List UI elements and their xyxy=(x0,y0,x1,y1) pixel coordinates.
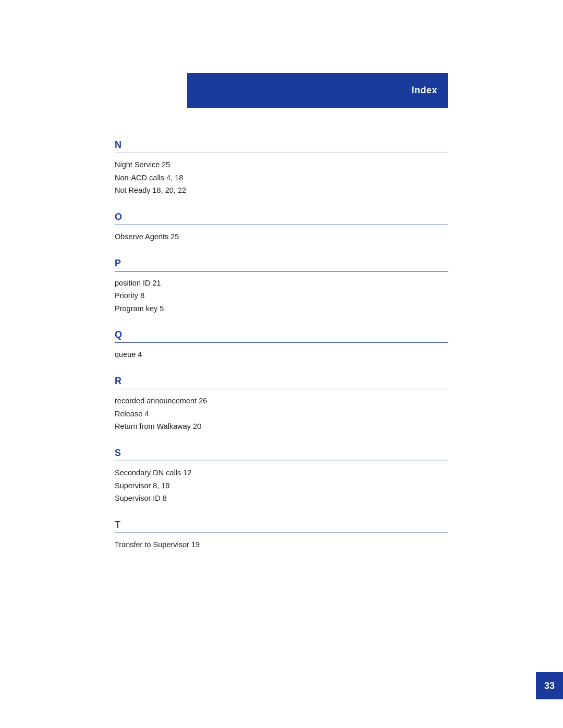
index-entry: Supervisor ID 8 xyxy=(115,492,448,505)
section-header-n: N xyxy=(115,140,448,153)
section-divider-t xyxy=(115,533,448,533)
section-entries-o: Observe Agents 25 xyxy=(115,230,448,243)
index-entry: position ID 21 xyxy=(115,277,448,290)
index-entry: Secondary DN calls 12 xyxy=(115,466,448,479)
section-header-p: P xyxy=(115,258,448,272)
page-number-tab: 33 xyxy=(536,672,563,699)
section-header-s: S xyxy=(115,448,448,461)
index-entry: Not Ready 18, 20, 22 xyxy=(115,184,448,197)
section-header-t: T xyxy=(115,520,448,533)
section-header-o: O xyxy=(115,212,448,225)
section-divider-q xyxy=(115,342,448,343)
index-entry: Night Service 25 xyxy=(115,158,448,171)
index-entry: Priority 8 xyxy=(115,289,448,302)
section-entries-s: Secondary DN calls 12Supervisor 8, 19Sup… xyxy=(115,466,448,505)
index-entry: Return from Walkaway 20 xyxy=(115,420,448,433)
section-header-r: R xyxy=(115,376,448,389)
section-divider-p xyxy=(115,271,448,272)
section-entries-r: recorded announcement 26Release 4Return … xyxy=(115,394,448,433)
page-number: 33 xyxy=(544,681,555,692)
section-letter-s: S xyxy=(115,448,448,459)
section-header-q: Q xyxy=(115,329,448,343)
header-title: Index xyxy=(411,85,437,96)
section-entries-n: Night Service 25Non-ACD calls 4, 18Not R… xyxy=(115,158,448,197)
section-divider-n xyxy=(115,153,448,153)
index-entry: Observe Agents 25 xyxy=(115,230,448,243)
section-letter-o: O xyxy=(115,212,448,223)
section-entries-p: position ID 21Priority 8Program key 5 xyxy=(115,277,448,315)
section-letter-q: Q xyxy=(115,329,448,340)
section-divider-r xyxy=(115,389,448,389)
index-entry: queue 4 xyxy=(115,348,448,361)
page-container: Index NNight Service 25Non-ACD calls 4, … xyxy=(0,0,563,728)
section-entries-q: queue 4 xyxy=(115,348,448,361)
index-entry: Program key 5 xyxy=(115,302,448,315)
content-area: NNight Service 25Non-ACD calls 4, 18Not … xyxy=(115,125,448,553)
index-entry: Release 4 xyxy=(115,408,448,421)
section-divider-o xyxy=(115,225,448,225)
section-letter-n: N xyxy=(115,140,448,151)
section-letter-p: P xyxy=(115,258,448,269)
section-entries-t: Transfer to Supervisor 19 xyxy=(115,538,448,551)
section-letter-t: T xyxy=(115,520,448,530)
index-entry: Supervisor 8, 19 xyxy=(115,479,448,492)
section-divider-s xyxy=(115,461,448,461)
index-entry: recorded announcement 26 xyxy=(115,394,448,408)
header-banner: Index xyxy=(187,73,448,108)
index-entry: Transfer to Supervisor 19 xyxy=(115,538,448,551)
index-entry: Non-ACD calls 4, 18 xyxy=(115,171,448,184)
section-letter-r: R xyxy=(115,376,448,387)
